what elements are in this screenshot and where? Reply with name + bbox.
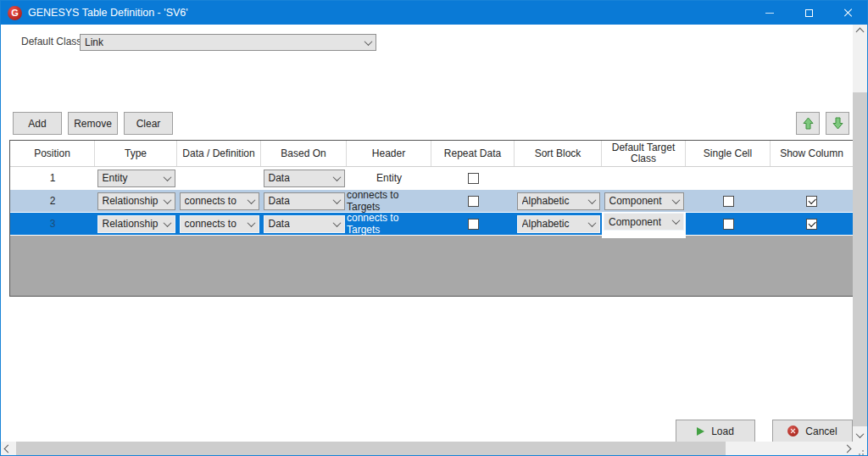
cell-position: 3 bbox=[10, 213, 95, 235]
green-down-arrow-icon bbox=[832, 117, 843, 130]
chevron-down-icon bbox=[330, 170, 344, 186]
window-controls bbox=[750, 1, 867, 25]
titlebar: G GENESYS Table Definition - 'SV6' bbox=[1, 1, 867, 25]
column-header-show-column: Show Column bbox=[771, 141, 853, 166]
chevron-down-icon bbox=[330, 216, 344, 232]
type-dropdown[interactable]: Entity bbox=[97, 170, 175, 187]
column-header-default-target-class: Default Target Class bbox=[602, 141, 686, 166]
table-row[interactable]: 3 Relationship T... connects to Data bbox=[10, 213, 853, 236]
default-class-dropdown[interactable]: Link bbox=[80, 34, 376, 51]
add-button[interactable]: Add bbox=[13, 112, 62, 135]
table-row[interactable]: 1 Entity Data Entity bbox=[10, 167, 853, 190]
chevron-right-icon bbox=[843, 444, 852, 453]
green-up-arrow-icon bbox=[803, 117, 814, 130]
type-dropdown[interactable]: Relationship T... bbox=[97, 192, 175, 210]
app-icon: G bbox=[8, 6, 22, 20]
column-header-position: Position bbox=[10, 141, 95, 166]
based-on-dropdown[interactable]: Data bbox=[264, 192, 345, 210]
column-header-repeat-data: Repeat Data bbox=[431, 141, 515, 166]
resize-grip-icon bbox=[862, 450, 864, 452]
column-header-sort-block: Sort Block bbox=[515, 141, 602, 166]
based-on-dropdown[interactable]: Data bbox=[264, 215, 345, 233]
close-button[interactable] bbox=[828, 1, 867, 25]
type-dropdown[interactable]: Relationship T... bbox=[97, 215, 175, 233]
cancel-circle-x-icon bbox=[787, 425, 798, 437]
show-column-checkbox[interactable] bbox=[806, 196, 817, 207]
minimize-button[interactable] bbox=[750, 1, 789, 25]
column-header-single-cell: Single Cell bbox=[686, 141, 771, 166]
chevron-down-icon bbox=[160, 216, 175, 232]
chevron-down-icon bbox=[160, 193, 175, 209]
data-definition-dropdown[interactable]: connects to bbox=[180, 192, 259, 210]
default-class-label: Default Class bbox=[21, 36, 81, 47]
column-header-header: Header bbox=[347, 141, 431, 166]
cell-header: Entity bbox=[347, 167, 431, 189]
chevron-down-icon bbox=[585, 216, 599, 232]
maximize-button[interactable] bbox=[789, 1, 828, 25]
single-cell-checkbox[interactable] bbox=[723, 196, 734, 207]
resize-grip[interactable] bbox=[853, 442, 867, 455]
scroll-left-button[interactable] bbox=[1, 442, 15, 455]
chevron-down-icon bbox=[585, 193, 599, 209]
column-header-based-on: Based On bbox=[261, 141, 347, 166]
table-header-row: Position Type Data / Definition Based On… bbox=[10, 141, 853, 167]
column-header-data-definition: Data / Definition bbox=[177, 141, 261, 166]
chevron-down-icon bbox=[361, 35, 376, 50]
default-target-class-dropdown[interactable]: Component bbox=[604, 213, 684, 231]
editing-cell-background: Component bbox=[602, 212, 686, 238]
cell-header: connects to Targets bbox=[347, 213, 431, 235]
minimize-icon bbox=[765, 13, 774, 14]
default-class-value: Link bbox=[85, 36, 103, 48]
cell-position: 2 bbox=[10, 190, 95, 212]
column-header-type: Type bbox=[95, 141, 177, 166]
move-row-down-button[interactable] bbox=[826, 112, 849, 135]
scroll-down-button[interactable] bbox=[853, 428, 867, 442]
chevron-down-icon bbox=[669, 193, 683, 209]
dialog-window: G GENESYS Table Definition - 'SV6' Defau… bbox=[0, 0, 868, 456]
chevron-down-icon bbox=[856, 430, 865, 438]
vertical-scrollbar-thumb[interactable] bbox=[853, 92, 867, 426]
chevron-down-icon bbox=[669, 214, 683, 230]
data-definition-dropdown[interactable]: connects to bbox=[180, 215, 259, 233]
chevron-down-icon bbox=[160, 170, 175, 186]
chevron-left-icon bbox=[4, 444, 13, 453]
move-row-up-button[interactable] bbox=[796, 112, 820, 135]
chevron-down-icon bbox=[330, 193, 344, 209]
remove-button[interactable]: Remove bbox=[68, 112, 118, 135]
cell-header: connects to Targets bbox=[347, 190, 431, 212]
repeat-data-checkbox[interactable] bbox=[468, 219, 479, 230]
close-icon bbox=[843, 8, 853, 18]
sort-block-dropdown[interactable]: Alphabetic bbox=[517, 215, 600, 233]
show-column-checkbox[interactable] bbox=[806, 219, 817, 230]
cancel-button[interactable]: Cancel bbox=[772, 420, 853, 442]
table-definition-grid: Position Type Data / Definition Based On… bbox=[9, 140, 854, 297]
horizontal-scrollbar[interactable] bbox=[1, 442, 854, 455]
based-on-dropdown[interactable]: Data bbox=[264, 170, 345, 187]
table-row[interactable]: 2 Relationship T... connects to Data bbox=[10, 190, 853, 213]
clear-button[interactable]: Clear bbox=[124, 112, 173, 135]
chevron-up-icon bbox=[856, 28, 865, 36]
horizontal-scrollbar-thumb[interactable] bbox=[16, 442, 726, 455]
cell-position: 1 bbox=[10, 167, 95, 189]
chevron-down-icon bbox=[244, 193, 259, 209]
repeat-data-checkbox[interactable] bbox=[468, 196, 479, 207]
load-button[interactable]: Load bbox=[676, 420, 755, 442]
sort-block-dropdown[interactable]: Alphabetic bbox=[517, 192, 600, 210]
table-empty-area bbox=[10, 236, 853, 296]
chevron-down-icon bbox=[244, 216, 259, 232]
vertical-scrollbar[interactable] bbox=[853, 25, 867, 442]
single-cell-checkbox[interactable] bbox=[723, 219, 734, 230]
scroll-up-button[interactable] bbox=[853, 25, 867, 39]
maximize-icon bbox=[805, 9, 813, 17]
play-icon bbox=[697, 427, 704, 436]
repeat-data-checkbox[interactable] bbox=[468, 173, 479, 184]
default-target-class-dropdown[interactable]: Component bbox=[604, 192, 684, 210]
window-title: GENESYS Table Definition - 'SV6' bbox=[28, 7, 188, 19]
